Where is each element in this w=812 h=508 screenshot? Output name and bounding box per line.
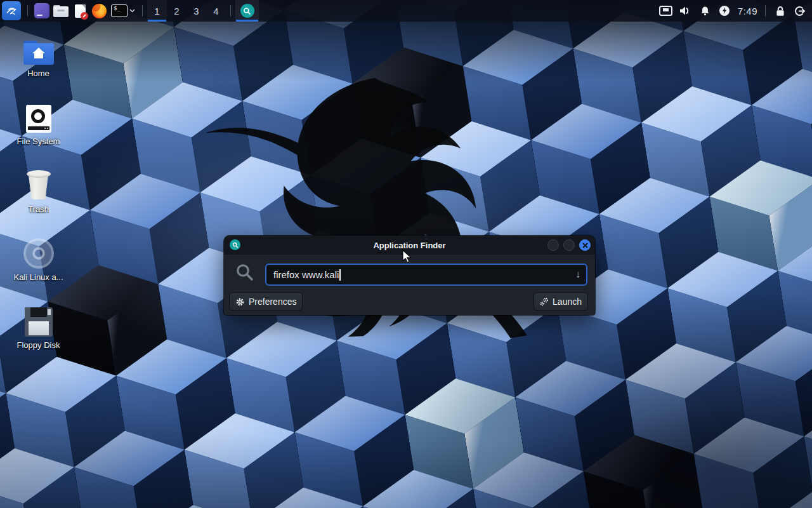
desktop-icon-label: Kali Linux a... [13, 272, 63, 282]
gear-icon [235, 297, 245, 307]
terminal-icon: $_ [111, 4, 128, 17]
logout-button[interactable] [790, 0, 809, 22]
notifications-tray-button[interactable] [695, 0, 715, 22]
desktop-icon-label: Home [27, 69, 49, 78]
desktop-icon-column: Home File System Trash Kali Linux a... [8, 30, 69, 370]
minimize-button[interactable] [547, 239, 559, 251]
hard-drive-icon [26, 105, 51, 133]
text-caret [339, 269, 341, 281]
application-finder-window: Application Finder firefox www.kali ↓ [224, 236, 595, 315]
search-input[interactable]: firefox www.kali ↓ [265, 264, 587, 286]
status-update-tray-button[interactable] [715, 0, 735, 22]
chevron-down-icon [129, 9, 135, 13]
desktop-icon-trash[interactable]: Trash [8, 166, 69, 234]
desktop-icon-label: Trash [28, 204, 49, 214]
workspace-1-label: 1 [154, 6, 159, 17]
clock-time: 7:49 [735, 6, 761, 17]
search-input-value: firefox www.kali [273, 269, 339, 280]
window-title: Application Finder [373, 241, 445, 250]
active-window-indicator [236, 20, 258, 22]
panel-separator [27, 5, 28, 17]
clock[interactable]: 7:49 [735, 0, 761, 22]
launch-button[interactable]: Launch [534, 293, 588, 311]
preferences-button[interactable]: Preferences [229, 293, 303, 311]
firefox-icon [92, 4, 107, 18]
workspace-2-button[interactable]: 2 [167, 0, 187, 22]
launcher-file-manager[interactable] [51, 0, 70, 22]
panel-separator [765, 5, 766, 17]
dialog-button-row: Preferences Launch [229, 293, 588, 311]
display-tray-button[interactable] [656, 0, 676, 22]
kali-logo-icon [2, 1, 21, 20]
panel-separator [142, 5, 143, 17]
workspace-4-button[interactable]: 4 [206, 0, 226, 22]
terminal-emulator-icon [34, 3, 49, 18]
search-icon [235, 262, 254, 282]
desktop-icon-label: File System [17, 137, 60, 146]
edit-badge-icon [81, 12, 88, 20]
app-finder-icon [240, 4, 254, 18]
taskbar-app-finder-button[interactable] [235, 0, 259, 22]
workspace-2-label: 2 [174, 6, 179, 17]
launch-gears-icon [540, 297, 549, 306]
launcher-terminal-dropdown[interactable]: $_ [108, 0, 138, 22]
launcher-firefox[interactable] [89, 0, 108, 22]
active-workspace-indicator [148, 20, 166, 22]
file-manager-icon [53, 5, 69, 17]
text-editor-icon [75, 4, 86, 18]
lock-screen-button[interactable] [770, 0, 790, 22]
desktop-icon-file-system[interactable]: File System [8, 98, 69, 166]
maximize-button[interactable] [563, 239, 575, 251]
volume-icon [679, 6, 691, 16]
workspace-3-label: 3 [193, 6, 199, 17]
close-icon [582, 243, 588, 248]
logout-icon [794, 6, 805, 17]
desktop-screen: $_ 1 2 3 4 [0, 0, 812, 508]
lock-icon [775, 6, 785, 17]
trash-can-icon [26, 170, 51, 201]
workspace-3-button[interactable]: 3 [187, 0, 206, 22]
volume-tray-button[interactable] [676, 0, 695, 22]
preferences-label: Preferences [249, 297, 296, 307]
home-folder-icon [23, 41, 54, 65]
app-finder-titlebar-icon [230, 239, 240, 250]
notification-bell-icon [700, 6, 710, 17]
launch-label: Launch [553, 297, 582, 307]
close-button[interactable] [579, 239, 591, 251]
display-icon [659, 6, 672, 16]
applications-menu-button[interactable] [0, 0, 23, 22]
desktop-icon-kali-cd[interactable]: Kali Linux a... [8, 234, 69, 302]
expand-results-arrow-icon[interactable]: ↓ [575, 269, 580, 280]
cd-disc-icon [23, 238, 54, 269]
top-panel: $_ 1 2 3 4 [0, 0, 812, 22]
status-update-icon [719, 5, 730, 17]
floppy-disk-icon [25, 307, 53, 337]
launcher-text-editor[interactable] [70, 0, 89, 22]
desktop-icon-label: Floppy Disk [17, 340, 60, 350]
panel-left-group: $_ 1 2 3 4 [0, 0, 259, 22]
mouse-cursor [402, 250, 412, 264]
workspace-4-label: 4 [213, 6, 218, 17]
desktop-icon-home[interactable]: Home [8, 30, 69, 98]
launcher-terminal-emulator[interactable] [32, 0, 51, 22]
panel-right-group: 7:49 [656, 0, 812, 22]
panel-separator [230, 5, 231, 17]
workspace-1-button[interactable]: 1 [147, 0, 167, 22]
desktop-icon-floppy[interactable]: Floppy Disk [8, 302, 69, 370]
